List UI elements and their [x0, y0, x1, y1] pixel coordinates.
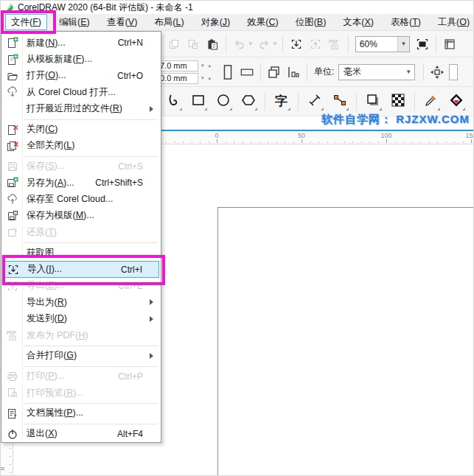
menu-item-new[interactable]: 新建(N)...Ctrl+N [3, 35, 159, 51]
menu-item-send-to[interactable]: 发送到(D) [3, 311, 159, 327]
toolbox-separator [265, 93, 265, 111]
portrait-orientation-button[interactable] [220, 62, 235, 83]
landscape-orientation-button[interactable] [240, 62, 254, 83]
rectangle-tool[interactable] [189, 92, 208, 111]
menubar-item-table[interactable]: 表格(T) [386, 14, 426, 30]
ruler-label: 50 [298, 132, 305, 139]
units-dropdown[interactable]: 毫米 ▼ [338, 64, 415, 80]
menu-bar: 文件(F)编辑(E)查看(V)布局(L)对象(J)效果(C)位图(B)文本(X)… [1, 14, 474, 31]
menubar-item-effects[interactable]: 效果(C) [242, 14, 283, 30]
menu-item-revert: 还原(T) [3, 224, 159, 240]
import-icon [290, 38, 302, 50]
page-width-field[interactable]: 7.0 mm [157, 60, 198, 71]
menu-item-shortcut: Ctrl+N [118, 38, 143, 48]
new-from-template-icon [3, 54, 22, 66]
all-pages-options-icon[interactable] [266, 64, 282, 80]
menubar-item-layout[interactable]: 布局(L) [149, 14, 189, 30]
toolbox-separator [298, 93, 299, 111]
menu-item-merge-print[interactable]: 合并打印(G) [3, 348, 159, 364]
menu-item-label: 发布为 PDF(H) [27, 329, 159, 342]
menu-item-label: 打开(O)... [27, 69, 117, 82]
pdf-icon: PDF [329, 38, 341, 50]
eyedropper-tool-icon [424, 93, 439, 111]
page-dimensions-icon[interactable] [285, 64, 302, 80]
menu-item-close[interactable]: 关闭(C) [3, 121, 159, 137]
duplicate-button [185, 36, 201, 52]
menubar-item-view[interactable]: 查看(V) [102, 14, 143, 30]
menubar-item-object[interactable]: 对象(J) [196, 14, 236, 30]
flyout-corner-icon [321, 108, 324, 111]
page-height-spinner[interactable]: ▾ ▴ [201, 75, 212, 81]
menu-item-shortcut: Ctrl+I [121, 265, 142, 275]
dimension-tool[interactable] [305, 92, 324, 111]
freehand-tool[interactable] [164, 92, 183, 111]
svg-text:PDF: PDF [329, 39, 338, 44]
flyout-corner-icon [204, 108, 207, 111]
flyout-corner-icon [254, 108, 257, 111]
cloud-save-icon [3, 194, 22, 206]
menu-item-import[interactable]: 导入(I)...Ctrl+I [3, 261, 159, 277]
menu-item-export-as[interactable]: 导出为(R) [3, 294, 159, 310]
menu-item-publish-to-pdf: PDF发布为 PDF(H) [3, 327, 159, 343]
nudge-distance-field[interactable] [449, 64, 458, 80]
menubar-item-text[interactable]: 文本(X) [338, 14, 379, 30]
paste-button[interactable] [204, 36, 220, 52]
interactive-fill-tool[interactable] [447, 92, 466, 111]
nudge-offset-icon[interactable] [429, 64, 445, 80]
menu-item-document-properties[interactable]: 文档属性(P)... [3, 405, 159, 421]
menu-item-save-corel-cloud[interactable]: 保存至 Corel Cloud... [3, 191, 159, 207]
eyedropper-tool[interactable] [422, 92, 441, 111]
dimension-tool-icon [307, 93, 322, 111]
submenu-arrow-icon [150, 316, 153, 322]
ellipse-tool[interactable] [214, 92, 233, 111]
page-border-top [217, 207, 474, 208]
page-height-field[interactable]: 0.0 mm [157, 73, 198, 84]
fullscreen-preview-icon [417, 38, 428, 50]
menu-separator [24, 156, 158, 157]
text-tool-icon: 字 [275, 93, 287, 110]
menu-item-label: 导出为(R) [27, 296, 159, 309]
menu-item-open-corel-cloud[interactable]: 从 Corel Cloud 打开... [3, 84, 159, 100]
menu-item-shortcut: Ctrl+E [118, 281, 143, 291]
menu-item-exit[interactable]: 退出(X)Alt+F4 [3, 426, 159, 442]
ruler-minor-tick [10, 472, 11, 473]
menu-item-label: 关闭(C) [27, 123, 159, 136]
drop-shadow-tool[interactable] [363, 92, 383, 111]
menubar-item-bitmaps[interactable]: 位图(B) [290, 14, 332, 30]
connector-tool-icon [332, 93, 347, 111]
submenu-arrow-icon [150, 299, 153, 305]
connector-tool[interactable] [330, 92, 349, 111]
show-rulers-button[interactable] [442, 36, 458, 52]
polygon-tool[interactable] [239, 92, 258, 111]
chevron-down-icon: ▼ [248, 41, 254, 47]
menu-item-acquire-image[interactable]: 获取图 [3, 245, 159, 261]
menu-item-save-as-template[interactable]: 保存为模版(M)... [3, 208, 159, 224]
pdf-icon: PDF [3, 329, 22, 341]
ruler-minor-tick [209, 141, 209, 143]
chevron-down-icon: ▼ [272, 41, 278, 47]
menu-item-close-all[interactable]: 全部关闭(L) [3, 138, 159, 154]
toolbar-separator [348, 35, 349, 53]
menu-item-open[interactable]: 打开(O)...Ctrl+O [3, 68, 159, 84]
title-bar: CorelDRAW 2020 (64-Bit 评估版) - 未命名 -1 [1, 1, 474, 14]
page-width-spinner[interactable]: ▾ ▴ [201, 63, 212, 69]
text-tool[interactable]: 字 [272, 92, 291, 111]
ruler-minor-tick [175, 141, 175, 143]
rectangle-tool-icon [191, 93, 206, 111]
interactive-fill-tool-icon [449, 93, 464, 111]
chevron-down-icon: ▼ [402, 69, 414, 75]
menu-item-save-as[interactable]: 另存为(A)...Ctrl+Shift+S [3, 175, 159, 191]
new-document-icon [3, 37, 22, 49]
menubar-item-tools[interactable]: 工具(O) [433, 14, 474, 30]
submenu-arrow-icon [150, 106, 153, 112]
import-button-button[interactable] [288, 36, 304, 52]
menu-item-new-from-template[interactable]: 从模板新建(F)... [3, 51, 159, 67]
fullscreen-preview-button[interactable] [414, 36, 431, 52]
menu-item-label: 从模板新建(F)... [27, 53, 159, 66]
menubar-item-edit[interactable]: 编辑(E) [54, 14, 95, 30]
zoom-level-dropdown[interactable]: 60%▼ [355, 36, 410, 52]
menubar-item-file[interactable]: 文件(F) [5, 14, 47, 30]
menu-item-open-recent[interactable]: 打开最近用过的文件(R) [3, 101, 159, 117]
transparency-tool[interactable] [388, 92, 408, 111]
ruler-minor-tick [10, 464, 11, 465]
